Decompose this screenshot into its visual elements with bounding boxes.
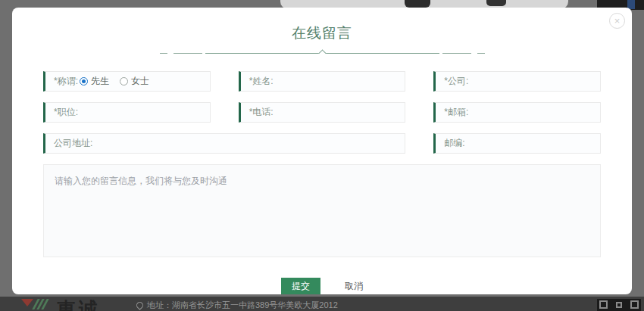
company-address-field[interactable]: 公司地址: — [43, 133, 405, 154]
position-label: *职位: — [54, 106, 78, 119]
footer-logo-text: 東诚 — [57, 300, 101, 311]
cancel-button[interactable]: 取消 — [345, 280, 363, 293]
location-pin-icon — [135, 300, 145, 310]
dialog-actions: 提交 取消 — [12, 278, 632, 294]
message-form: *称谓: 先生 女士 *姓名: *公司: — [12, 71, 632, 154]
submit-button[interactable]: 提交 — [281, 278, 320, 294]
radio-unselected-icon[interactable] — [120, 77, 128, 86]
online-message-dialog: × 在线留言 *称谓: 先生 女士 — [12, 8, 632, 294]
name-label: *姓名: — [249, 75, 274, 88]
page: 東诚 地址：湖南省长沙市五一中路389号华美欧大厦2012 × 在线留言 *称谓… — [0, 0, 644, 311]
radio-option-mister[interactable]: 先生 — [80, 75, 109, 88]
footer-address: 地址：湖南省长沙市五一中路389号华美欧大厦2012 — [136, 300, 338, 311]
dimmed-page-element — [486, 0, 506, 6]
radio-option-madam[interactable]: 女士 — [120, 75, 149, 88]
email-field[interactable]: *邮箱: — [433, 102, 601, 123]
qr-code — [597, 299, 641, 311]
footer-logo: 東诚 — [21, 297, 101, 311]
radio-selected-icon[interactable] — [80, 77, 88, 86]
radio-option-label: 先生 — [91, 75, 109, 88]
radio-option-label: 女士 — [131, 75, 149, 88]
zip-code-field[interactable]: 邮编: — [433, 133, 601, 154]
phone-field[interactable]: *电话: — [239, 102, 406, 123]
name-field[interactable]: *姓名: — [239, 71, 406, 92]
dimmed-page-element — [405, 0, 430, 8]
position-field[interactable]: *职位: — [43, 102, 211, 123]
salutation-label: *称谓: — [54, 75, 78, 88]
salutation-radio-group: 先生 女士 — [80, 75, 149, 88]
page-footer: 東诚 地址：湖南省长沙市五一中路389号华美欧大厦2012 — [0, 297, 644, 311]
logo-slashes-icon — [35, 299, 46, 309]
logo-triangle-icon — [21, 299, 33, 306]
zip-code-label: 邮编: — [444, 137, 464, 150]
phone-label: *电话: — [249, 106, 274, 119]
close-icon[interactable]: × — [609, 13, 625, 29]
email-label: *邮箱: — [444, 106, 468, 119]
dialog-title: 在线留言 — [12, 23, 632, 43]
footer-address-text: 地址：湖南省长沙市五一中路389号华美欧大厦2012 — [147, 300, 338, 311]
company-label: *公司: — [444, 75, 468, 88]
title-divider — [12, 49, 632, 57]
company-field[interactable]: *公司: — [433, 71, 601, 92]
salutation-field[interactable]: *称谓: 先生 女士 — [43, 71, 211, 92]
message-textarea[interactable] — [43, 164, 601, 257]
company-address-label: 公司地址: — [54, 137, 92, 150]
